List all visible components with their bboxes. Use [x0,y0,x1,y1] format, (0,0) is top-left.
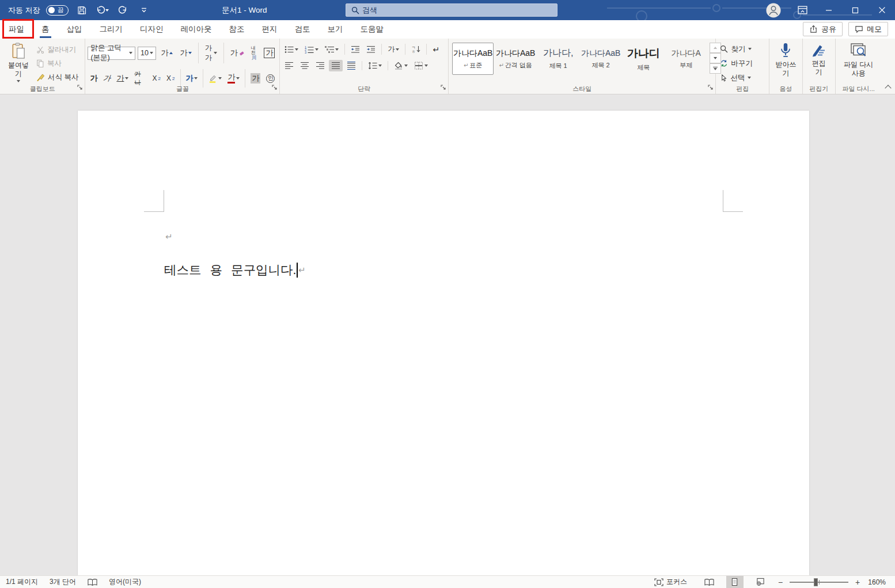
maximize-button[interactable] [842,0,869,20]
tab-design[interactable]: 디자인 [131,20,172,39]
undo-button[interactable] [95,3,110,18]
read-mode-button[interactable] [701,576,718,588]
close-button[interactable] [869,0,895,20]
autosave-toggle[interactable]: 끔 [46,5,69,16]
tab-draw[interactable]: 그리기 [91,20,132,39]
page-count[interactable]: 1/1 페이지 [0,576,44,588]
align-left-button[interactable] [282,60,296,71]
character-shading-button[interactable]: 가 [248,71,263,85]
distribute-button[interactable] [344,60,358,71]
replace-button[interactable]: 바꾸기 [718,57,754,70]
bold-button[interactable]: 가 [88,71,100,85]
increase-indent-button[interactable] [364,44,378,55]
web-layout-button[interactable] [752,576,769,588]
numbering-button[interactable]: 123 [302,44,321,55]
align-right-button[interactable] [313,60,327,71]
font-size-combo[interactable]: 10 [138,47,156,60]
zoom-slider-thumb[interactable] [814,578,818,586]
style-title[interactable]: 가나디 제목 [623,43,664,75]
decrease-indent-button[interactable] [348,44,362,55]
focus-mode-button[interactable]: 포커스 [649,577,693,587]
tab-mailings[interactable]: 편지 [253,20,286,39]
zoom-out-button[interactable]: − [776,578,785,587]
shrink-font-button[interactable]: 가 [177,46,194,60]
paragraph-dialog-launcher[interactable] [441,82,446,93]
close-icon [878,6,886,14]
redo-button[interactable] [116,3,131,18]
tab-file[interactable]: 파일 [0,20,33,39]
zoom-slider[interactable] [790,582,848,583]
proofing-status[interactable] [82,576,103,588]
tab-help[interactable]: 도움말 [352,20,393,39]
character-border-button[interactable]: 가 [261,46,277,60]
grow-font-button[interactable]: 가 [158,46,175,60]
italic-button[interactable]: 가 [101,71,113,85]
font-dialog-launcher[interactable] [272,82,278,93]
tab-review[interactable]: 검토 [286,20,319,39]
print-layout-button[interactable] [726,576,744,588]
copy-button[interactable]: 복사 [35,57,80,70]
style-normal[interactable]: 가나다AaB ↵표준 [452,43,494,75]
style-heading1[interactable]: 가나다, 제목 1 [537,43,579,75]
superscript-button[interactable]: X2 [164,73,177,84]
paste-label: 붙여넣기 [5,61,32,78]
editor-button[interactable]: 편집기 [807,40,830,85]
account-avatar[interactable] [766,3,781,18]
font-family-combo[interactable]: 맑은 고딕(본문) [88,47,135,60]
customize-quick-access-button[interactable] [136,3,151,18]
clipboard-dialog-launcher[interactable] [77,82,83,93]
multilevel-list-button[interactable] [323,44,341,55]
text-effects-button[interactable]: 가 [183,71,200,85]
search-input[interactable]: 검색 [346,3,558,17]
language-status[interactable]: 영어(미국) [103,576,147,588]
ribbon-display-options-button[interactable] [789,0,816,20]
style-subtitle[interactable]: 가나다A 부제 [665,43,707,75]
collapse-ribbon-button[interactable] [885,85,891,91]
reuse-files-button[interactable]: 파일 다시 사용 [841,40,877,85]
paste-button[interactable]: 붙여넣기 [2,40,35,85]
status-bar: 1/1 페이지 3개 단어 영어(미국) 포커스 − [0,575,895,588]
comments-button[interactable]: 메모 [848,22,888,36]
document-text-line[interactable]: 테스트 용 문구입니다. ↵ [164,261,306,278]
styles-dialog-launcher[interactable] [708,82,714,93]
bullets-button[interactable] [282,44,301,55]
focus-label: 포커스 [666,577,687,587]
maximize-icon [852,7,859,14]
phonetic-guide-button[interactable]: 내천 川 [249,44,260,62]
word-count[interactable]: 3개 단어 [44,576,82,588]
clear-formatting-button[interactable]: 가 [228,46,246,60]
tab-references[interactable]: 참조 [221,20,253,39]
document-page[interactable]: ↵ 테스트 용 문구입니다. ↵ [78,111,809,575]
underline-button[interactable]: 가 [114,71,131,85]
style-no-spacing[interactable]: 가나다AaB ↵간격 없음 [495,43,536,75]
zoom-level[interactable]: 160% [862,578,895,586]
select-button[interactable]: 선택 [718,71,754,84]
dictate-button[interactable]: 받아쓰기 [772,40,799,85]
text-highlight-button[interactable] [206,73,224,85]
asian-layout-button[interactable]: 가 [385,43,401,56]
align-right-icon [316,62,325,70]
tab-home[interactable]: 홈 [33,20,58,39]
cut-button[interactable]: 잘라내기 [35,43,80,56]
borders-button[interactable] [412,60,430,71]
shading-button[interactable] [392,60,410,71]
tab-view[interactable]: 보기 [319,20,352,39]
share-button[interactable]: 공유 [803,22,843,36]
align-center-button[interactable] [298,60,312,71]
subscript-button[interactable]: X2 [150,73,163,84]
justify-button[interactable] [329,60,343,71]
line-spacing-button[interactable] [366,60,384,71]
font-color-button[interactable]: 가 [225,71,242,85]
save-button[interactable] [74,3,89,18]
zoom-in-button[interactable]: + [853,578,862,587]
find-button[interactable]: 찾기 [718,43,754,55]
change-case-button[interactable]: 가가 [203,41,219,65]
tab-insert[interactable]: 삽입 [58,20,91,39]
format-painter-button[interactable]: 서식 복사 [35,71,80,84]
sort-button[interactable]: ㄱ ㅎ [409,44,423,55]
minimize-button[interactable] [816,0,842,20]
dialog-launcher-icon [77,85,83,90]
style-heading2[interactable]: 가나다AaB 제목 2 [580,43,621,75]
show-hide-marks-button[interactable]: ↵ [430,43,442,56]
tab-layout[interactable]: 레이아웃 [172,20,221,39]
